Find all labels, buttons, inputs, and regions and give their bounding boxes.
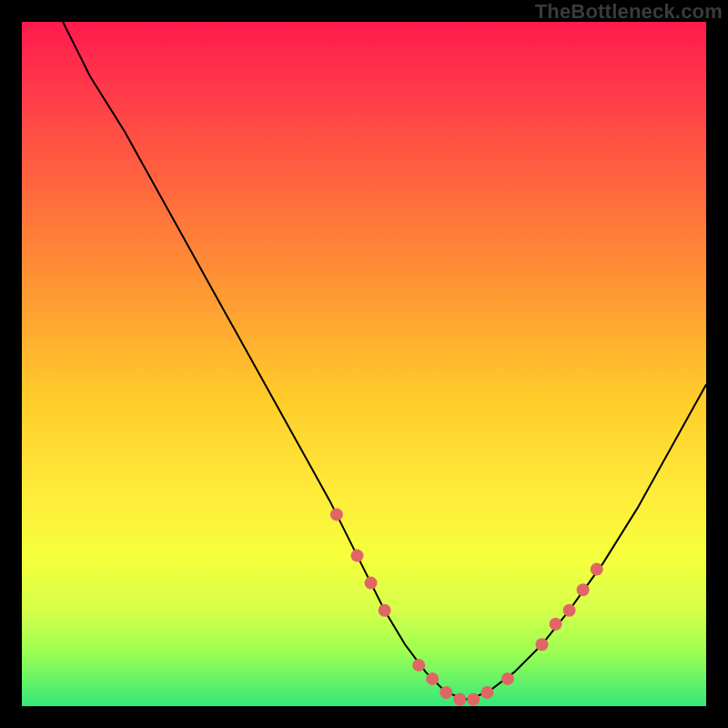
curve-marker: [426, 672, 439, 685]
bottleneck-chart: [22, 22, 706, 706]
curve-marker: [550, 618, 562, 631]
chart-frame: [22, 22, 706, 706]
curve-markers: [330, 508, 603, 705]
curve-marker: [467, 693, 480, 706]
curve-marker: [453, 693, 466, 706]
curve-marker: [501, 672, 514, 685]
curve-marker: [351, 550, 364, 562]
curve-marker: [591, 563, 603, 576]
watermark-text: TheBottleneck.com: [535, 0, 723, 24]
curve-marker: [480, 686, 493, 699]
curve-marker: [563, 604, 576, 617]
curve-marker: [577, 583, 590, 596]
curve-marker: [365, 577, 378, 590]
curve-marker: [536, 638, 549, 651]
bottleneck-curve: [63, 22, 706, 700]
curve-marker: [379, 604, 391, 617]
curve-marker: [412, 659, 425, 672]
curve-marker: [440, 686, 452, 699]
curve-marker: [330, 508, 343, 521]
